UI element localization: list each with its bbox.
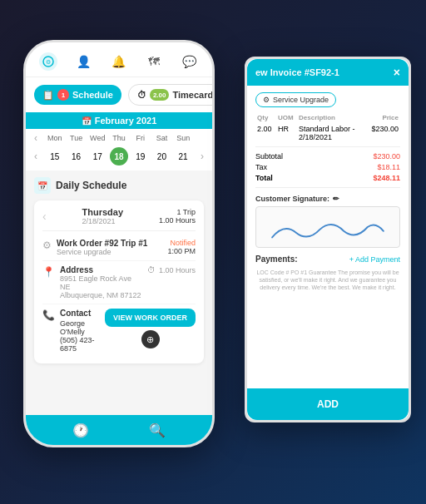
day-header-mon: Mon bbox=[44, 134, 66, 142]
clock-icon: ⏱ bbox=[147, 265, 156, 274]
cal-day-18-today[interactable]: 18 bbox=[110, 147, 128, 166]
signature-section: Customer Signature: ✏ bbox=[255, 195, 400, 248]
day-info: Thursday 2/18/2021 bbox=[82, 207, 124, 225]
nav-profile-icon[interactable]: 👤 bbox=[75, 52, 93, 71]
subtotal-row: Subtotal $230.00 bbox=[255, 152, 400, 161]
col-description: Description bbox=[299, 114, 361, 121]
work-order-status: Notified bbox=[167, 239, 196, 247]
day-header-sat: Sat bbox=[151, 134, 173, 142]
add-button[interactable]: ADD bbox=[300, 395, 355, 413]
contact-label: Contact bbox=[60, 309, 100, 318]
calendar-header: 📅 February 2021 bbox=[26, 112, 212, 129]
signature-label: Customer Signature: ✏ bbox=[255, 195, 400, 203]
work-order-item: ⚙ Work Order #92 Trip #1 Service upgrade… bbox=[42, 235, 196, 261]
address-time-row: ⏱ 1.00 Hours bbox=[147, 265, 196, 274]
calendar-prev[interactable]: ‹ bbox=[27, 132, 44, 144]
trip-info: 1 Trip 1.00 Hours bbox=[159, 208, 196, 225]
day-card-header: ‹ Thursday 2/18/2021 1 Trip 1.00 Hours bbox=[42, 207, 196, 225]
nav-map-icon[interactable]: 🗺 bbox=[145, 52, 163, 71]
total-value: $248.11 bbox=[373, 174, 400, 182]
address-hours-val: 1.00 Hours bbox=[159, 266, 196, 274]
nav-bell-icon[interactable]: 🔔 bbox=[110, 52, 128, 71]
invoice-table-header: Qty UOM Description Price bbox=[255, 114, 400, 121]
add-payment-btn[interactable]: + Add Payment bbox=[349, 255, 400, 264]
address-line1: 8951 Eagle Rock Ave NE bbox=[60, 274, 142, 291]
cal-day-16[interactable]: 16 bbox=[67, 147, 86, 166]
daily-schedule-icon: 📅 bbox=[34, 177, 51, 194]
cal-day-20[interactable]: 20 bbox=[152, 147, 171, 166]
work-order-sub: Service upgrade bbox=[57, 248, 162, 256]
calendar-days-header: ‹ Mon Tue Wed Thu Fri Sat Sun bbox=[26, 129, 212, 146]
payments-label: Payments: bbox=[255, 254, 298, 264]
day-prev-btn[interactable]: ‹ bbox=[42, 210, 47, 223]
invoice-title: ew Invoice #SF92-1 bbox=[255, 67, 339, 77]
contact-phone: (505) 423-6875 bbox=[60, 336, 100, 353]
row-price: $230.00 bbox=[361, 125, 399, 141]
invoice-separator-1 bbox=[255, 146, 400, 147]
divider-1 bbox=[42, 230, 196, 231]
cal-day-21[interactable]: 21 bbox=[174, 147, 192, 166]
schedule-badge: 1 bbox=[57, 89, 69, 101]
navigate-btn[interactable]: ⊕ bbox=[141, 330, 160, 348]
row-description: Standard Labor - 2/18/2021 bbox=[299, 125, 361, 141]
trip-hours: 1.00 Hours bbox=[159, 216, 196, 225]
tab-schedule[interactable]: 📋 1 Schedule bbox=[34, 85, 121, 105]
contact-content: Contact George O'Melly (505) 423-6875 bbox=[60, 309, 100, 353]
view-work-order-btn[interactable]: VIEW WORK ORDER bbox=[105, 309, 196, 327]
cal-day-15[interactable]: 15 bbox=[46, 147, 64, 166]
service-badge-label: Service Upgrade bbox=[273, 96, 329, 104]
day-header-wed: Wed bbox=[87, 134, 108, 142]
calendar-month: February 2021 bbox=[95, 116, 157, 126]
nav-chat-icon[interactable]: 💬 bbox=[181, 52, 199, 71]
signature-edit-icon[interactable]: ✏ bbox=[333, 195, 339, 203]
timecard-label: Timecard bbox=[172, 90, 213, 100]
col-price: Price bbox=[361, 114, 399, 121]
work-order-icon: ⚙ bbox=[42, 240, 52, 251]
tax-value: $18.11 bbox=[377, 163, 400, 171]
col-uom: UOM bbox=[278, 114, 299, 121]
daily-schedule-section: 📅 Daily Schedule ‹ Thursday 2/18/2021 1 … bbox=[26, 170, 212, 415]
trip-count: 1 Trip bbox=[159, 208, 196, 216]
fine-print: LOC Code # PO #1 Guarantee The promise y… bbox=[255, 269, 400, 291]
invoice-close-btn[interactable]: × bbox=[394, 66, 400, 79]
total-row: Total $248.11 bbox=[255, 174, 400, 182]
invoice-body: ⚙ Service Upgrade Qty UOM Description Pr… bbox=[247, 86, 409, 388]
schedule-label: Schedule bbox=[72, 90, 113, 100]
address-icon: 📍 bbox=[42, 266, 55, 278]
tab-timecard[interactable]: ⏱ 2.00 Timecard bbox=[128, 84, 215, 106]
cal-day-19[interactable]: 19 bbox=[131, 147, 150, 166]
service-badge: ⚙ Service Upgrade bbox=[255, 92, 336, 107]
calendar-next-btn[interactable]: › bbox=[194, 151, 211, 162]
tax-label: Tax bbox=[255, 163, 267, 171]
invoice-panel: ew Invoice #SF92-1 × ⚙ Service Upgrade Q… bbox=[247, 59, 409, 420]
invoice-header: ew Invoice #SF92-1 × bbox=[247, 59, 409, 86]
day-date: 2/18/2021 bbox=[82, 217, 124, 225]
address-label: Address bbox=[60, 265, 142, 274]
calendar-prev-btn[interactable]: ‹ bbox=[27, 151, 44, 162]
row-qty: 2.00 bbox=[257, 125, 278, 141]
address-item: 📍 Address 8951 Eagle Rock Ave NE Albuque… bbox=[42, 261, 196, 304]
work-order-content: Work Order #92 Trip #1 Service upgrade bbox=[57, 239, 162, 256]
work-order-title: Work Order #92 Trip #1 bbox=[57, 239, 162, 248]
top-nav: ⚙ 👤 🔔 🗺 💬 bbox=[26, 42, 212, 77]
search-icon[interactable]: 🔍 bbox=[149, 422, 166, 438]
calendar-days: ‹ 15 16 17 18 19 20 21 › bbox=[26, 146, 212, 170]
daily-schedule-title: Daily Schedule bbox=[56, 180, 126, 191]
signature-box[interactable] bbox=[255, 206, 400, 248]
daily-schedule-header: 📅 Daily Schedule bbox=[34, 177, 204, 194]
history-icon[interactable]: 🕐 bbox=[72, 422, 89, 438]
address-hours: ⏱ 1.00 Hours bbox=[147, 265, 196, 274]
contact-item: 📞 Contact George O'Melly (505) 423-6875 … bbox=[42, 304, 196, 357]
day-name: Thursday bbox=[82, 207, 124, 217]
calendar-section: 📅 February 2021 ‹ Mon Tue Wed Thu Fri Sa… bbox=[26, 112, 212, 170]
timecard-badge: 2.00 bbox=[150, 89, 170, 101]
svg-text:⚙: ⚙ bbox=[46, 59, 51, 65]
address-content: Address 8951 Eagle Rock Ave NE Albuquerq… bbox=[60, 265, 142, 299]
day-header-thu: Thu bbox=[108, 134, 130, 142]
col-qty: Qty bbox=[257, 114, 278, 121]
contact-phone-icon: 📞 bbox=[42, 309, 55, 321]
cal-day-17[interactable]: 17 bbox=[88, 147, 106, 166]
invoice-separator-2 bbox=[255, 187, 400, 188]
nav-logo[interactable]: ⚙ bbox=[39, 52, 57, 71]
work-order-time: 1:00 PM bbox=[167, 247, 196, 255]
